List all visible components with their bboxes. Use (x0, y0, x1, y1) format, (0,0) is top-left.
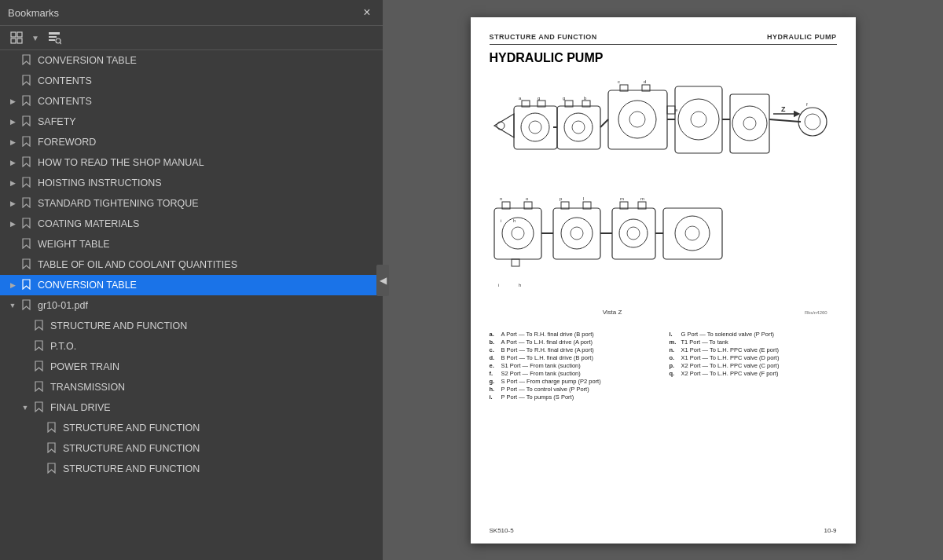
legend-text: A Port — To L.H. final drive (A port) (501, 339, 593, 346)
expand-arrow-icon: ▶ (6, 138, 19, 146)
grid-view-button[interactable] (6, 29, 27, 46)
legend-text: G Port — To solenoid valve (P Port) (681, 331, 775, 338)
bookmark-icon (22, 238, 33, 251)
svg-text:m: m (620, 196, 624, 201)
bookmark-icon (22, 218, 33, 231)
dropdown-arrow-icon[interactable]: ▼ (31, 34, 39, 42)
legend-text: A Port — To R.H. final drive (B port) (501, 331, 594, 338)
bookmark-item[interactable]: CONVERSION TABLE (0, 50, 383, 71)
svg-point-52 (512, 227, 524, 240)
collapse-panel-handle[interactable]: ◀ (376, 265, 389, 296)
legend-key: b. (490, 339, 499, 346)
bookmark-label: CONVERSION TABLE (38, 55, 376, 66)
bookmark-item[interactable]: WEIGHT TABLE (0, 234, 383, 254)
svg-point-51 (502, 218, 534, 249)
bookmark-label: STRUCTURE AND FUNCTION (63, 423, 376, 434)
legend-item: b.A Port — To L.H. final drive (A port) (490, 339, 657, 346)
bookmark-icon (47, 463, 58, 476)
svg-rect-65 (612, 208, 655, 259)
legend-key (670, 386, 679, 393)
legend-key: a. (490, 331, 499, 338)
svg-text:Vista Z: Vista Z (602, 309, 622, 316)
bookmarks-panel: Bookmarks × ▼ CONVERSION TABLECONTENTS▶C… (0, 0, 383, 560)
bookmark-item[interactable]: ▼FINAL DRIVE (0, 397, 383, 418)
bookmark-icon (35, 320, 46, 333)
svg-point-36 (691, 112, 706, 127)
bookmark-item[interactable]: STRUCTURE AND FUNCTION (0, 459, 383, 479)
bookmark-item[interactable]: ▶FOREWORD (0, 132, 383, 152)
bookmark-item[interactable]: ▶SAFETY (0, 112, 383, 132)
bookmark-item[interactable]: P.T.O. (0, 336, 383, 357)
bookmark-item[interactable]: ▶CONTENTS (0, 91, 383, 112)
bookmark-icon (22, 54, 33, 68)
footer-reference: SK510-5 (490, 527, 514, 534)
bookmark-item[interactable]: ▶CONVERSION TABLE (0, 275, 383, 295)
svg-point-73 (675, 216, 710, 251)
svg-point-74 (685, 226, 699, 240)
expand-arrow-icon: ▼ (6, 302, 19, 309)
bookmark-item[interactable]: ▶HOISTING INSTRUCTIONS (0, 173, 383, 193)
svg-text:h: h (513, 218, 516, 223)
legend-text: X2 Port — To L.H. PPC valve (C port) (681, 362, 780, 369)
bookmark-icon (47, 442, 58, 456)
legend-item: l.G Port — To solenoid valve (P Port) (670, 331, 837, 338)
bookmark-label: POWER TRAIN (50, 361, 376, 372)
legend-item: i.P Port — To pumps (S Port) (490, 393, 657, 401)
svg-point-20 (572, 121, 585, 134)
svg-point-42 (798, 108, 827, 136)
svg-point-67 (627, 227, 640, 240)
svg-text:m: m (640, 196, 644, 201)
bookmark-item[interactable]: ▼gr10-01.pdf (0, 295, 383, 316)
svg-text:f: f (806, 102, 808, 107)
legend-key: d. (490, 354, 499, 361)
legend-text: X1 Port — To L.H. PPC valve (E port) (681, 346, 780, 353)
svg-rect-58 (553, 208, 600, 259)
bookmark-item[interactable]: TABLE OF OIL AND COOLANT QUANTITIES (0, 254, 383, 275)
bookmark-item[interactable]: CONTENTS (0, 71, 383, 91)
legend-key: i. (490, 393, 499, 401)
expand-arrow-icon: ▶ (6, 118, 19, 126)
page-title: HYDRAULIC PUMP (490, 51, 837, 65)
bookmark-icon (22, 197, 33, 210)
bookmark-item[interactable]: ▶COATING MATERIALS (0, 214, 383, 234)
bookmark-label: P.T.O. (50, 341, 376, 352)
bookmark-search-button[interactable] (44, 29, 64, 46)
bookmark-item[interactable]: STRUCTURE AND FUNCTION (0, 418, 383, 438)
svg-rect-32 (667, 106, 675, 114)
bookmark-label: STRUCTURE AND FUNCTION (63, 443, 376, 454)
svg-point-10 (497, 122, 505, 130)
expand-arrow-icon: ▶ (6, 159, 19, 167)
svg-rect-25 (608, 90, 667, 149)
bookmark-label: STRUCTURE AND FUNCTION (63, 463, 376, 474)
legend-item (670, 386, 837, 393)
bookmark-item[interactable]: STRUCTURE AND FUNCTION (0, 316, 383, 336)
svg-rect-18 (557, 106, 600, 149)
bookmark-item[interactable]: TRANSMISSION (0, 377, 383, 397)
legend-item: h.P Port — To control valve (P Port) (490, 386, 657, 393)
svg-rect-1 (17, 32, 22, 37)
bookmark-label: STANDARD TIGHTENING TORQUE (38, 198, 376, 209)
bookmark-icon (22, 156, 33, 170)
bookmark-item[interactable]: POWER TRAIN (0, 357, 383, 377)
hydraulic-pump-diagram: a g g b (490, 75, 837, 318)
legend-item: n.X1 Port — To L.H. PPC valve (E port) (670, 346, 837, 353)
bookmarks-header: Bookmarks × (0, 0, 383, 26)
svg-rect-37 (730, 94, 769, 153)
svg-rect-0 (11, 32, 16, 37)
svg-text:b: b (584, 96, 587, 101)
bookmark-item[interactable]: ▶STANDARD TIGHTENING TORQUE (0, 193, 383, 214)
bookmark-item[interactable]: ▶HOW TO READ THE SHOP MANUAL (0, 152, 383, 173)
legend-item: e.S1 Port — From tank (suction) (490, 362, 657, 369)
svg-text:l: l (583, 196, 584, 201)
svg-point-43 (805, 114, 820, 130)
diagram-area: a g g b (490, 75, 837, 324)
svg-text:d: d (644, 79, 646, 84)
svg-point-13 (529, 121, 541, 134)
close-icon[interactable]: × (359, 5, 375, 20)
bookmarks-list[interactable]: CONVERSION TABLECONTENTS▶CONTENTS▶SAFETY… (0, 50, 383, 560)
legend-text: S Port — From charge pump (P2 port) (501, 378, 601, 385)
bookmark-item[interactable]: STRUCTURE AND FUNCTION (0, 438, 383, 459)
legend-text: X2 Port — To L.H. PPC valve (F port) (681, 370, 779, 377)
pump-diagram-svg: a g g b (490, 75, 836, 318)
expand-arrow-icon: ▶ (6, 97, 19, 105)
